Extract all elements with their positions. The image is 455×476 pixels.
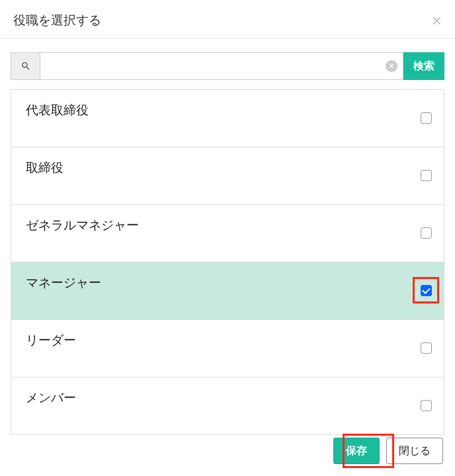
close-icon[interactable]: × xyxy=(432,12,442,29)
list-item-checkbox[interactable] xyxy=(421,112,432,124)
list-item[interactable]: リーダー xyxy=(11,320,444,377)
list-item-label: 取締役 xyxy=(26,159,63,177)
list-item-checkbox[interactable] xyxy=(421,400,432,411)
modal-footer: 保存 閉じる xyxy=(333,438,443,464)
list-item-checkbox[interactable] xyxy=(421,227,432,239)
list-item[interactable]: 取締役 xyxy=(11,147,444,205)
modal-header: 役職を選択する × xyxy=(0,0,455,39)
list-item-label: マネージャー xyxy=(26,274,101,292)
list-item-label: 代表取締役 xyxy=(26,102,89,119)
list-item[interactable]: ゼネラルマネジャー xyxy=(11,205,444,262)
search-input[interactable] xyxy=(40,53,403,79)
list-item-checkbox[interactable] xyxy=(421,342,432,354)
close-button[interactable]: 閉じる xyxy=(386,438,443,464)
clear-search-icon[interactable]: ✕ xyxy=(386,60,397,72)
search-icon xyxy=(11,52,40,80)
list-item-checkbox[interactable] xyxy=(421,285,432,296)
modal-content: ✕ 検索 代表取締役取締役ゼネラルマネジャーマネージャーリーダーメンバー xyxy=(0,39,455,435)
role-list: 代表取締役取締役ゼネラルマネジャーマネージャーリーダーメンバー xyxy=(11,89,444,435)
list-item[interactable]: 代表取締役 xyxy=(11,90,444,147)
search-bar: ✕ 検索 xyxy=(11,52,444,80)
list-item-label: メンバー xyxy=(26,389,76,407)
list-item-label: ゼネラルマネジャー xyxy=(26,217,139,234)
list-item[interactable]: メンバー xyxy=(11,377,444,434)
list-item-checkbox[interactable] xyxy=(421,170,432,181)
search-input-wrap: ✕ xyxy=(40,52,403,80)
list-item[interactable]: マネージャー xyxy=(11,262,444,320)
search-button[interactable]: 検索 xyxy=(403,52,444,80)
list-item-label: リーダー xyxy=(26,332,76,349)
save-button[interactable]: 保存 xyxy=(333,438,380,464)
role-select-modal: 役職を選択する × ✕ 検索 代表取締役取締役ゼネラルマネジャーマネージャーリー… xyxy=(0,0,455,476)
modal-title: 役職を選択する xyxy=(13,12,101,29)
